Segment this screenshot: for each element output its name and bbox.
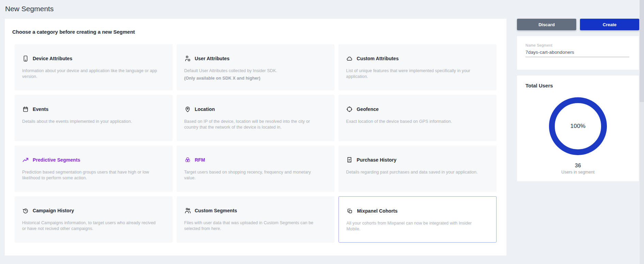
receipt-check-icon	[346, 156, 353, 163]
total-users-card: Total Users 100% 36 Users in segment	[517, 76, 639, 181]
donut-percent-label: 100%	[570, 123, 586, 130]
category-grid: Device AttributesInformation about your …	[15, 44, 497, 243]
category-description: Target users based on shopping recency, …	[184, 169, 320, 181]
category-title: RFM	[195, 157, 205, 163]
category-description: Default User Attributes collected by Ins…	[184, 68, 320, 74]
users-in-segment-count: 36	[517, 163, 639, 169]
category-card-custom-attributes[interactable]: Custom AttributesList of unique features…	[339, 44, 497, 90]
trend-arrow-icon	[22, 156, 29, 163]
name-segment-label: Name Segment	[525, 43, 629, 47]
category-title: Device Attributes	[33, 56, 72, 61]
category-card-user-attributes[interactable]: User AttributesDefault User Attributes c…	[177, 44, 335, 90]
category-card-campaign-history[interactable]: Campaign HistoryHistorical Campaigns inf…	[15, 196, 173, 243]
donut-ring: 100%	[549, 97, 607, 155]
category-card-predictive-segments[interactable]: Predictive SegmentsPrediction based segm…	[15, 146, 173, 192]
category-card-location[interactable]: LocationBased on IP of the device, locat…	[177, 95, 335, 141]
category-title: Custom Segments	[195, 208, 237, 213]
users-group-icon	[184, 207, 191, 214]
panel-header: Choose a category before creating a new …	[12, 29, 135, 35]
total-users-title: Total Users	[525, 83, 630, 88]
cohorts-link-icon	[346, 208, 353, 214]
category-card-device-attributes[interactable]: Device AttributesInformation about your …	[15, 44, 173, 90]
category-title: Mixpanel Cohorts	[357, 208, 397, 214]
scrollbar-thumb[interactable]	[640, 0, 644, 102]
calendar-icon	[22, 106, 29, 113]
category-title: Predictive Segments	[33, 157, 80, 163]
users-in-segment-caption: Users in segment	[517, 170, 639, 175]
category-card-mixpanel-cohorts[interactable]: Mixpanel CohortsAll your cohorts from Mi…	[339, 196, 497, 243]
category-description: Prediction based segmentation groups use…	[22, 169, 158, 181]
category-description: Historical Campaigns information, to tar…	[22, 220, 158, 232]
venn-circles-icon	[184, 156, 191, 163]
category-title: Custom Attributes	[357, 56, 398, 61]
category-description-note: (Only available on SDK X and higher)	[184, 76, 320, 81]
category-title: User Attributes	[195, 56, 230, 61]
category-title: Campaign History	[33, 208, 74, 213]
category-title: Location	[195, 106, 215, 112]
geofence-crosshair-icon	[346, 106, 353, 113]
category-description: Details regarding past purchases and dat…	[346, 169, 482, 175]
category-description: Exact location of the device based on GP…	[346, 119, 482, 125]
category-description: Files with user data that was uploaded i…	[184, 220, 320, 232]
segment-category-panel: Choose a category before creating a new …	[5, 19, 506, 255]
category-card-events[interactable]: EventsDetails about the events implement…	[15, 95, 173, 141]
category-card-rfm[interactable]: RFMTarget users based on shopping recenc…	[177, 146, 335, 192]
map-pin-icon	[184, 106, 191, 113]
category-description: Details about the events implemented in …	[22, 119, 158, 125]
name-segment-card: Name Segment	[517, 36, 639, 70]
category-description: Based on IP of the device, location will…	[184, 119, 320, 130]
category-card-geofence[interactable]: GeofenceExact location of the device bas…	[339, 95, 497, 141]
category-title: Purchase History	[357, 157, 396, 163]
name-segment-input[interactable]	[525, 50, 629, 57]
scrollbar[interactable]	[640, 0, 644, 264]
category-description: Information about your device and applic…	[22, 68, 158, 80]
category-card-custom-segments[interactable]: Custom SegmentsFiles with user data that…	[177, 196, 335, 243]
category-card-purchase-history[interactable]: Purchase HistoryDetails regarding past p…	[339, 146, 497, 192]
total-users-donut-chart: 100%	[517, 97, 639, 155]
discard-button[interactable]: Discard	[517, 19, 576, 30]
category-title: Geofence	[357, 106, 379, 112]
page-title: New Segments	[5, 5, 53, 13]
cloud-icon	[346, 55, 353, 62]
category-description: All your cohorts from Mixpanel can now b…	[346, 220, 483, 232]
user-badge-icon	[184, 55, 191, 62]
device-icon	[22, 55, 29, 62]
category-title: Events	[33, 106, 49, 112]
create-button[interactable]: Create	[580, 19, 639, 30]
history-clock-icon	[22, 207, 29, 214]
category-description: List of unique features that were implem…	[346, 68, 482, 80]
